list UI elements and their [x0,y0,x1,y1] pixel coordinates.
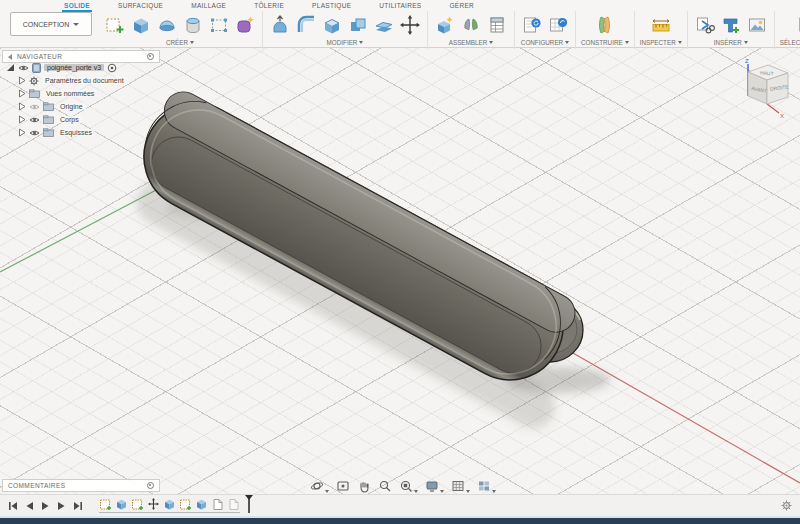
timeline-extrude-icon[interactable] [115,497,128,511]
timeline-move-icon[interactable] [147,497,160,511]
tree-root-component[interactable]: poignée_porte v3 [2,61,172,74]
group-label-configurer[interactable]: CONFIGURER [521,39,569,46]
group-label-modifier[interactable]: MODIFIER [327,39,364,46]
visibility-eye-icon[interactable] [18,64,29,72]
group-creer: CRÉER [100,11,260,46]
create-sketch-icon[interactable] [103,12,127,38]
group-label-creer[interactable]: CRÉER [166,39,194,46]
look-at-icon[interactable] [336,479,350,493]
tree-item-label[interactable]: Vues nommées [43,90,97,97]
group-label-assembler[interactable]: ASSEMBLER [449,39,494,46]
comments-panel-header[interactable]: COMMENTAIRES [2,479,160,492]
tree-item-vues-nommees[interactable]: Vues nommées [14,87,172,100]
gear-icon [29,76,39,86]
joint-icon[interactable] [459,12,483,38]
dropdown-caret-icon [359,41,363,44]
go-to-end-button[interactable] [73,501,83,511]
hole-icon[interactable] [181,12,205,38]
tree-item-origine[interactable]: Origine [14,100,172,113]
tree-item-label[interactable]: Esquisses [57,129,95,136]
group-configurer: CONFIGURER [517,11,573,46]
dropdown-caret-icon [190,41,194,44]
timeline-sketch-icon[interactable] [131,497,144,511]
grid-settings-icon[interactable] [451,479,470,493]
timeline-sketch-icon[interactable] [179,497,192,511]
bom-table-icon[interactable] [485,12,509,38]
tree-item-parametres[interactable]: Paramètres du document [14,74,172,87]
tab-plastique[interactable]: PLASTIQUE [310,0,353,10]
collapse-panel-icon[interactable] [8,54,12,60]
timeline-extrude-icon[interactable] [195,497,208,511]
combine-icon[interactable] [346,12,370,38]
tree-item-esquisses[interactable]: Esquisses [14,126,172,139]
configure-document-icon[interactable] [520,12,544,38]
expand-triangle-icon[interactable] [18,76,26,85]
tab-solide[interactable]: SOLIDE [62,0,92,12]
group-label-inspecter[interactable]: INSPECTER [640,39,682,46]
visibility-eye-icon[interactable] [29,116,40,124]
document-icon [32,63,41,73]
display-settings-icon[interactable] [425,479,444,493]
root-component-label[interactable]: poignée_porte v3 [44,64,104,71]
step-forward-button[interactable] [57,501,66,511]
tab-tolerie[interactable]: TÔLERIE [252,0,286,10]
construction-plane-icon[interactable] [593,12,617,38]
tree-item-corps[interactable]: Corps [14,113,172,126]
configure-table-icon[interactable] [546,12,570,38]
expand-triangle-icon[interactable] [18,115,26,124]
offset-face-icon[interactable] [372,12,396,38]
tree-item-label[interactable]: Corps [57,116,82,123]
timeline-drawing-icon-dimmed[interactable] [227,497,240,511]
timeline-features [99,495,254,516]
panel-options-icon[interactable] [147,482,154,489]
timeline-sketch-icon[interactable] [99,497,112,511]
canvas-icon[interactable] [745,12,769,38]
pan-icon[interactable] [357,479,371,493]
group-label-selectionner[interactable]: SÉLECTIONNER [780,39,800,46]
tree-item-label[interactable]: Paramètres du document [42,77,127,84]
activate-component-radio-icon[interactable] [107,63,117,73]
press-pull-icon[interactable] [268,12,292,38]
shell-icon[interactable] [320,12,344,38]
insert-derive-icon[interactable] [693,12,717,38]
select-icon[interactable] [795,12,800,38]
form-icon[interactable] [233,12,257,38]
new-component-icon[interactable] [433,12,457,38]
tab-gerer[interactable]: GÉRER [447,0,476,10]
tab-utilitaires[interactable]: UTILITAIRES [377,0,423,10]
play-button[interactable] [41,501,50,511]
insert-mesh-icon[interactable] [719,12,743,38]
visibility-eye-icon-hidden[interactable] [29,103,40,111]
separator [427,11,428,49]
measure-icon[interactable] [649,12,673,38]
move-icon[interactable] [398,12,422,38]
group-label-inserer[interactable]: INSÉRER [714,39,748,46]
timeline-position-marker[interactable] [244,495,254,513]
revolve-icon[interactable] [155,12,179,38]
panel-options-icon[interactable] [147,53,154,60]
viewports-icon[interactable] [477,479,496,493]
step-back-button[interactable] [25,501,34,511]
tab-maillage[interactable]: MAILLAGE [189,0,228,10]
extrude-icon[interactable] [129,12,153,38]
fit-icon[interactable] [399,479,418,493]
timeline-settings-gear-icon[interactable] [781,497,792,515]
expanded-triangle-icon[interactable] [6,63,15,72]
expand-triangle-icon[interactable] [18,89,26,98]
view-cube[interactable]: Z X HAUT AVANT DROITE [734,54,796,120]
visibility-eye-icon[interactable] [29,129,40,137]
fillet-icon[interactable] [294,12,318,38]
timeline-extrude-icon[interactable] [163,497,176,511]
expand-triangle-icon[interactable] [18,102,26,111]
zoom-icon[interactable] [378,479,392,493]
go-to-start-button[interactable] [8,501,18,511]
group-label-construire[interactable]: CONSTRUIRE [581,39,629,46]
expand-triangle-icon[interactable] [18,128,26,137]
tab-surfacique[interactable]: SURFACIQUE [116,0,165,10]
orbit-icon[interactable] [310,479,329,493]
timeline-drawing-icon[interactable] [211,497,224,511]
rectangular-pattern-icon[interactable] [207,12,231,38]
timeline-playback-controls [8,501,83,511]
workspace-selector[interactable]: CONCEPTION [10,12,92,36]
tree-item-label[interactable]: Origine [57,103,86,110]
